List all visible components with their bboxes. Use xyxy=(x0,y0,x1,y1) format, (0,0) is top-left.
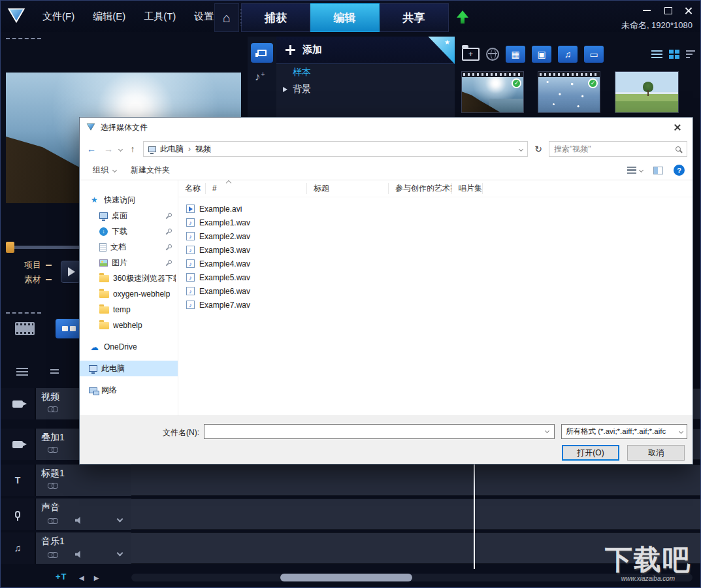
sidebar-item[interactable]: 360极速浏览器下载 xyxy=(80,270,178,286)
track-lane[interactable] xyxy=(131,465,700,496)
dialog-titlebar[interactable]: 选择媒体文件 xyxy=(80,118,693,137)
new-folder-button[interactable]: 新建文件夹 xyxy=(125,165,175,176)
workspace-tab[interactable]: 编辑 xyxy=(310,3,380,32)
filter-photo-icon[interactable] xyxy=(532,46,551,63)
upgrade-arrow-icon[interactable] xyxy=(456,10,469,27)
file-row[interactable]: Example4.wav xyxy=(178,257,693,270)
scroll-right-icon[interactable]: ▶ xyxy=(94,574,99,581)
sidebar-item[interactable]: 此电脑 xyxy=(80,361,178,376)
change-view-button[interactable] xyxy=(627,167,643,174)
filetype-select[interactable]: 所有格式 (*.avi;*.aiff;*.aif;*.aifc xyxy=(561,424,687,439)
close-icon[interactable] xyxy=(685,7,693,14)
add-track-icon[interactable] xyxy=(56,572,67,581)
home-tab[interactable] xyxy=(214,3,239,32)
workspace-tab[interactable]: 捕获 xyxy=(241,3,310,32)
chevron-down-icon[interactable] xyxy=(117,516,123,523)
file-row[interactable]: Example.avi xyxy=(178,202,693,216)
sidebar-item[interactable]: webhelp xyxy=(80,318,178,333)
timeline-track[interactable]: 标题1 xyxy=(1,465,700,496)
sidebar-item[interactable]: temp xyxy=(80,302,178,318)
track-type-cell[interactable] xyxy=(1,465,36,496)
storyboard-view-icon[interactable] xyxy=(15,322,35,335)
project-mode[interactable]: 项目 xyxy=(24,259,52,271)
link-icon[interactable] xyxy=(48,447,57,452)
file-row[interactable]: Example1.wav xyxy=(178,216,693,229)
column-header[interactable]: # xyxy=(206,183,307,194)
forward-icon[interactable]: → xyxy=(102,144,115,154)
media-thumbnail[interactable] xyxy=(615,71,679,113)
sidebar-item[interactable]: 下载 xyxy=(80,223,178,239)
online-media-icon[interactable] xyxy=(486,48,499,61)
organize-button[interactable]: 组织 xyxy=(88,165,122,176)
track-type-cell[interactable] xyxy=(1,532,36,564)
sidebar-item[interactable]: OneDrive xyxy=(80,339,178,355)
track-header[interactable]: 标题1 xyxy=(36,465,131,496)
column-header[interactable]: 唱片集 xyxy=(452,183,483,194)
import-media-icon[interactable] xyxy=(462,48,480,61)
plus-icon[interactable] xyxy=(285,45,295,55)
timeline-scrollbar[interactable] xyxy=(131,574,693,581)
open-button[interactable]: 打开(O) xyxy=(562,445,619,461)
seek-bar[interactable] xyxy=(14,246,79,249)
track-lane[interactable] xyxy=(131,532,700,564)
chevron-down-icon[interactable] xyxy=(117,550,123,557)
track-type-cell[interactable] xyxy=(1,388,36,419)
search-icon[interactable] xyxy=(676,146,681,152)
link-icon[interactable] xyxy=(48,552,57,557)
refresh-icon[interactable]: ↻ xyxy=(532,144,545,154)
menu-item[interactable]: 文件(F) xyxy=(33,10,84,23)
link-icon[interactable] xyxy=(48,406,57,412)
menu-item[interactable]: 编辑(E) xyxy=(84,10,135,23)
up-icon[interactable]: ↑ xyxy=(126,144,139,154)
timeline-view-button[interactable] xyxy=(56,319,82,338)
link-icon[interactable] xyxy=(48,483,57,488)
sidebar-item[interactable]: 文档 xyxy=(80,239,178,255)
add-music-icon[interactable] xyxy=(255,71,264,84)
sidebar-item[interactable]: 桌面 xyxy=(80,208,178,223)
expand-arrow-icon[interactable] xyxy=(283,87,287,92)
scroll-left-icon[interactable]: ◀ xyxy=(79,574,84,581)
column-header[interactable]: 参与创作的艺术家 xyxy=(389,183,452,194)
track-type-cell[interactable] xyxy=(1,429,36,460)
track-list-icon[interactable] xyxy=(16,368,28,376)
play-button[interactable] xyxy=(61,261,80,283)
timeline-track[interactable]: 声音 xyxy=(1,498,700,530)
file-row[interactable]: Example5.wav xyxy=(178,270,693,284)
speaker-icon[interactable] xyxy=(75,517,82,524)
back-icon[interactable]: ← xyxy=(85,144,98,154)
track-type-cell[interactable] xyxy=(1,498,36,530)
minimize-icon[interactable] xyxy=(643,7,651,14)
help-icon[interactable] xyxy=(674,165,685,176)
library-category[interactable]: 样本 xyxy=(276,64,455,81)
column-header[interactable]: 名称 xyxy=(178,183,206,194)
menu-item[interactable]: 工具(T) xyxy=(135,10,185,23)
grid-view-icon[interactable] xyxy=(669,50,679,59)
sidebar-item[interactable]: 快速访问 xyxy=(80,192,178,208)
breadcrumb-item[interactable]: 视频 xyxy=(195,144,211,155)
history-dropdown-icon[interactable] xyxy=(118,146,123,151)
timeline-track[interactable]: 音乐1 xyxy=(1,532,700,564)
filename-input[interactable] xyxy=(204,424,555,439)
file-row[interactable]: Example2.wav xyxy=(178,229,693,243)
sidebar-item[interactable]: 网络 xyxy=(80,382,178,398)
search-box[interactable]: 搜索"视频" xyxy=(549,141,687,157)
cancel-button[interactable]: 取消 xyxy=(627,445,685,461)
file-row[interactable]: Example6.wav xyxy=(178,284,693,298)
list-view-icon[interactable] xyxy=(651,50,662,59)
filter-all-icon[interactable] xyxy=(506,46,525,63)
media-library-icon[interactable] xyxy=(251,43,273,63)
track-lane[interactable] xyxy=(131,498,700,530)
filter-audio-icon[interactable] xyxy=(558,46,578,63)
breadcrumb-item[interactable]: 此电脑 xyxy=(160,144,195,155)
playhead[interactable] xyxy=(474,465,475,569)
file-row[interactable]: Example3.wav xyxy=(178,243,693,257)
file-row[interactable]: Example7.wav xyxy=(178,298,693,312)
sidebar-item[interactable]: oxygen-webhelp xyxy=(80,286,178,302)
maximize-icon[interactable] xyxy=(664,7,672,14)
dialog-close-icon[interactable] xyxy=(662,118,693,137)
media-thumbnail[interactable] xyxy=(461,71,524,113)
track-options-icon[interactable] xyxy=(50,369,59,376)
address-dropdown-icon[interactable] xyxy=(519,146,523,151)
workspace-tab[interactable]: 共享 xyxy=(380,3,449,32)
preview-pane-icon[interactable] xyxy=(653,167,663,174)
